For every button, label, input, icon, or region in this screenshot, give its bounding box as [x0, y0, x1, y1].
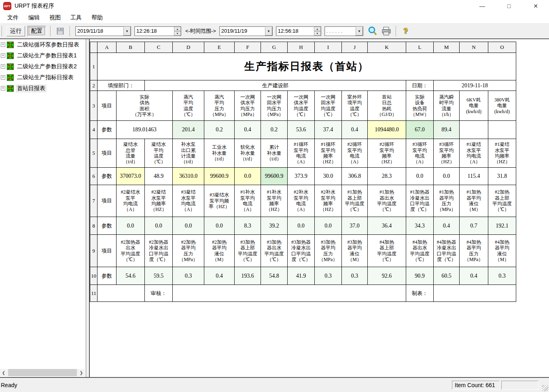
expand-plus-icon[interactable]: +	[1, 53, 5, 58]
print-button[interactable]	[380, 26, 392, 36]
minimize-button[interactable]: —	[469, 0, 496, 12]
cell-r8-c12[interactable]: 0.4	[434, 217, 460, 235]
column-header-F[interactable]: F	[235, 42, 261, 53]
cell-r8-c7[interactable]: 0.0	[288, 217, 315, 235]
cell-r7-c2[interactable]: #2凝结 水泵平 均频率 （HZ）	[145, 185, 173, 217]
chevron-down-icon[interactable]: ▼	[356, 27, 363, 36]
cell-r5-c11[interactable]: #3循环 泵平均 电流 （A）	[406, 139, 434, 168]
cell-r3-c8[interactable]: 室外环 境平均 温度 （℃）	[342, 91, 368, 121]
sidebar-item-2[interactable]: +二级站生产参数日报表2	[0, 61, 86, 72]
cell-r9-c5[interactable]: #3加热 器上部 平均温度 （℃）	[235, 235, 261, 267]
end-time-spinner[interactable]: 12:56:18 ▲ ▼	[276, 26, 321, 36]
cell-r5-c4[interactable]: 工业水 补水量 （t/d）	[204, 139, 235, 168]
cell-r8-c11[interactable]: 34.3	[406, 217, 434, 235]
column-header-H[interactable]: H	[288, 42, 315, 53]
cell-r3-c3[interactable]: 蒸汽 平均 压力 （MPa）	[204, 91, 235, 121]
cell-r8-c3[interactable]: 0.0	[173, 217, 204, 235]
cell-r3-c12[interactable]: 6KV耗 电量 (kwh/d)	[460, 91, 488, 121]
cell-r2-c0[interactable]: 填报部门：	[98, 80, 145, 91]
cell-r10-c10[interactable]: 92.6	[368, 267, 406, 285]
cell-r4-c13[interactable]	[488, 121, 516, 139]
grid-corner-cell[interactable]	[90, 42, 98, 53]
column-header-D[interactable]: D	[173, 42, 204, 53]
cell-r5-c6[interactable]: 累计 补水量 （t/d）	[261, 139, 288, 168]
cell-r4-c3[interactable]: 0.2	[204, 121, 235, 139]
column-header-C[interactable]: C	[145, 42, 173, 53]
cell-r10-c3[interactable]: 0.3	[173, 267, 204, 285]
tree-horizontal-scrollbar[interactable]: ❮ ❯	[0, 369, 85, 376]
maximize-button[interactable]: □	[496, 0, 522, 12]
row-header-8[interactable]: 8	[90, 217, 98, 235]
cell-r5-c10[interactable]: #2循环 泵平均 频率 （HZ）	[368, 139, 406, 168]
scroll-right-icon[interactable]: ❯	[78, 369, 85, 376]
cell-r3-c7[interactable]: 一次网 回水平 均温度 （℃）	[315, 91, 342, 121]
cell-r8-c2[interactable]: 0.0	[145, 217, 173, 235]
column-header-L[interactable]: L	[406, 42, 434, 53]
cell-r4-c5[interactable]: 0.2	[261, 121, 288, 139]
expand-plus-icon[interactable]: +	[1, 42, 5, 47]
cell-r11-c4[interactable]	[434, 285, 516, 302]
cell-r7-c4[interactable]: #3凝结水 泵平均频 率（HZ）	[204, 185, 235, 217]
cell-r4-c12[interactable]	[460, 121, 488, 139]
cell-r5-c13[interactable]: #1凝结 水泵平 均电流 （A）	[460, 139, 488, 168]
column-header-B[interactable]: B	[117, 42, 145, 53]
cell-r6-c8[interactable]: 30.0	[315, 168, 342, 185]
menu-item-0[interactable]: 文件	[2, 13, 23, 23]
column-header-A[interactable]: A	[98, 42, 117, 53]
cell-r4-c0[interactable]: 参数	[98, 121, 117, 139]
cell-r5-c5[interactable]: 软化水 补水量 （t/d）	[235, 139, 261, 168]
cell-r10-c5[interactable]: 193.6	[235, 267, 261, 285]
cell-r5-c12[interactable]: #3循环 泵平均 频率 （HZ）	[434, 139, 460, 168]
cell-r2-c3[interactable]: 2019-11-18	[434, 80, 516, 91]
cell-r3-c9[interactable]: 首站 日总 热耗 （GJ/D）	[368, 91, 406, 121]
cell-r9-c10[interactable]: #4加热 器上部 平均温度 （℃）	[368, 235, 406, 267]
cell-r7-c6[interactable]: #1补水 泵平均 频率 （HZ）	[261, 185, 288, 217]
resize-grip[interactable]	[542, 385, 548, 391]
cell-r7-c12[interactable]: #1加热 器平均 压力 （MPa）	[434, 185, 460, 217]
cell-r10-c14[interactable]: 0.3	[488, 267, 516, 285]
row-header-6[interactable]: 6	[90, 168, 98, 185]
cell-r3-c11[interactable]: 蒸汽瞬 时平均 流量 （t/h）	[434, 91, 460, 121]
filter-combobox[interactable]: . . . . . . ▼	[324, 26, 363, 36]
cell-r10-c4[interactable]: 0.4	[204, 267, 235, 285]
spin-down-icon[interactable]: ▼	[314, 31, 321, 36]
cell-r9-c8[interactable]: #3加热 器平均 压力 （MPa）	[315, 235, 342, 267]
column-header-O[interactable]: O	[488, 42, 516, 53]
cell-r4-c11[interactable]: 89.4	[434, 121, 460, 139]
cell-r8-c9[interactable]: 37.0	[342, 217, 368, 235]
row-header-2[interactable]: 2	[90, 80, 98, 91]
close-button[interactable]: ✕	[522, 0, 549, 12]
cell-r2-c2[interactable]: 日期：	[406, 80, 434, 91]
cell-r3-c5[interactable]: 一次网 回水平 均压力 （MPa）	[261, 91, 288, 121]
cell-r3-c1[interactable]: 实际 供热 面积 （万平米）	[117, 91, 173, 121]
cell-r5-c3[interactable]: 补水泵 出口累 计流量 （t/d）	[173, 139, 204, 168]
sidebar-item-4[interactable]: +首站日报表	[0, 83, 86, 94]
panel-splitter[interactable]	[86, 39, 90, 377]
cell-r10-c7[interactable]: 41.9	[288, 267, 315, 285]
start-date-picker[interactable]: 2019/11/18 ▼	[75, 26, 131, 36]
cell-r7-c13[interactable]: #1加热 器平均 液位 （M）	[460, 185, 488, 217]
cell-r3-c2[interactable]: 蒸汽 平均 温度 （℃）	[173, 91, 204, 121]
menu-item-4[interactable]: 帮助	[87, 13, 108, 23]
cell-r8-c8[interactable]: 0.0	[315, 217, 342, 235]
cell-r5-c2[interactable]: 凝结水 平均 温度 （℃）	[145, 139, 173, 168]
cell-r10-c9[interactable]: 0.3	[342, 267, 368, 285]
cell-r7-c10[interactable]: #1加热 器出水 平均温度 （℃）	[368, 185, 406, 217]
cell-r9-c1[interactable]: #2加热器 出水 平均温度 （℃）	[117, 235, 145, 267]
cell-r10-c2[interactable]: 59.5	[145, 267, 173, 285]
cell-r3-c0[interactable]: 项目	[98, 91, 117, 121]
cell-r5-c14[interactable]: #1凝结 水泵平 均频率 （HZ）	[488, 139, 516, 168]
cell-r2-c1[interactable]: 生产建设部	[145, 80, 406, 91]
spin-up-icon[interactable]: ▲	[314, 27, 321, 31]
cell-r7-c7[interactable]: #2补水 泵平均 电流 （A）	[288, 185, 315, 217]
column-header-I[interactable]: I	[315, 42, 342, 53]
cell-r11-c2[interactable]	[173, 285, 406, 302]
spin-up-icon[interactable]: ▲	[174, 27, 181, 31]
cell-r9-c11[interactable]: #4加热 器出水 平均温度 （℃）	[406, 235, 434, 267]
cell-r3-c13[interactable]: 380V耗 电量 (kwh/d)	[488, 91, 516, 121]
cell-r8-c4[interactable]: 0.0	[204, 217, 235, 235]
row-header-5[interactable]: 5	[90, 139, 98, 168]
cell-r4-c9[interactable]: 1094480.0	[368, 121, 406, 139]
start-time-spinner[interactable]: 12:26:18 ▲ ▼	[134, 26, 181, 36]
cell-r7-c8[interactable]: #2补水 泵平均 频率 （HZ）	[315, 185, 342, 217]
